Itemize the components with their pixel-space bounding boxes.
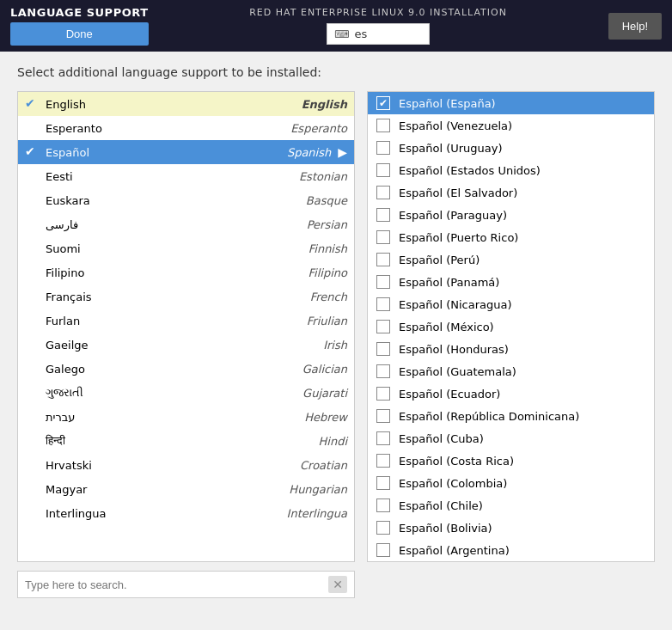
search-bar[interactable]: ✕	[17, 571, 355, 598]
region-item-estados_unidos[interactable]: Español (Estados Unidos)	[368, 159, 654, 181]
lang-native-farsi: فارسی	[46, 218, 197, 231]
lang-check-euskara	[25, 193, 40, 208]
region-item-bolivia[interactable]: Español (Bolivia)	[368, 517, 654, 539]
region-label-republica_dominicana: Español (República Dominicana)	[399, 410, 579, 423]
lang-check-magyar	[25, 481, 40, 497]
region-item-cuba[interactable]: Español (Cuba)	[368, 427, 654, 450]
left-panel: ✔EnglishEnglishEsperantoEsperanto✔Españo…	[17, 91, 355, 562]
install-title: RED HAT ENTERPRISE LINUX 9.0 INSTALLATIO…	[249, 7, 507, 18]
region-item-espana[interactable]: ✔Español (España)	[368, 92, 654, 114]
lang-item-furlan[interactable]: FurlanFriulian	[18, 309, 354, 333]
header: LANGUAGE SUPPORT Done RED HAT ENTERPRISE…	[0, 0, 672, 52]
lang-item-euskara[interactable]: EuskaraBasque	[18, 188, 354, 212]
lang-check-suomi	[25, 241, 40, 256]
region-checkbox-argentina	[376, 543, 390, 557]
region-checkbox-el_salvador	[376, 186, 390, 199]
region-item-venezuela[interactable]: Español (Venezuela)	[368, 114, 654, 137]
lang-item-suomi[interactable]: SuomiFinnish	[18, 236, 354, 260]
region-item-argentina[interactable]: Español (Argentina)	[368, 539, 654, 561]
region-item-paraguay[interactable]: Español (Paraguay)	[368, 204, 654, 226]
region-item-ecuador[interactable]: Español (Ecuador)	[368, 382, 654, 405]
lang-item-espanol[interactable]: ✔EspañolSpanish▶	[18, 140, 354, 164]
lang-native-galego: Galego	[46, 363, 197, 376]
region-checkbox-peru	[376, 253, 390, 266]
region-checkbox-cuba	[376, 431, 390, 445]
lang-item-galego[interactable]: GalegoGalician	[18, 357, 354, 381]
region-checkbox-costa_rica	[376, 454, 390, 468]
region-label-argentina: Español (Argentina)	[399, 544, 510, 557]
lang-english-francais: French	[197, 291, 348, 303]
lang-item-interlingua[interactable]: InterlinguaInterlingua	[18, 501, 354, 525]
region-item-costa_rica[interactable]: Español (Costa Rica)	[368, 450, 654, 472]
region-item-peru[interactable]: Español (Perú)	[368, 248, 654, 271]
region-label-ecuador: Español (Ecuador)	[399, 388, 500, 401]
region-label-panama: Español (Panamá)	[399, 276, 499, 289]
region-item-nicaragua[interactable]: Español (Nicaragua)	[368, 293, 654, 315]
search-clear-button[interactable]: ✕	[328, 576, 347, 593]
lang-item-francais[interactable]: FrançaisFrench	[18, 284, 354, 309]
lang-item-english[interactable]: ✔EnglishEnglish	[18, 92, 354, 116]
region-checkbox-colombia	[376, 476, 390, 490]
lang-native-english: English	[46, 98, 197, 111]
region-item-el_salvador[interactable]: Español (El Salvador)	[368, 181, 654, 204]
region-label-cuba: Español (Cuba)	[399, 432, 484, 445]
region-label-peru: Español (Perú)	[399, 254, 480, 266]
lang-english-suomi: Finnish	[197, 242, 348, 255]
region-item-colombia[interactable]: Español (Colombia)	[368, 472, 654, 494]
lang-english-interlingua: Interlingua	[197, 507, 348, 520]
region-label-venezuela: Español (Venezuela)	[399, 119, 512, 132]
lang-check-espanol: ✔	[25, 144, 40, 160]
right-panel: ✔Español (España)Español (Venezuela)Espa…	[367, 91, 655, 562]
done-button[interactable]: Done	[10, 22, 149, 46]
lang-native-hrvatski: Hrvatski	[46, 459, 197, 472]
region-item-chile[interactable]: Español (Chile)	[368, 494, 654, 517]
lang-item-gujarati[interactable]: ગુજરાતીGujarati	[18, 381, 354, 405]
lang-english-hindi: Hindi	[197, 435, 348, 448]
region-item-puerto_rico[interactable]: Español (Puerto Rico)	[368, 226, 654, 248]
lang-english-euskara: Basque	[197, 194, 348, 207]
lang-item-hrvatski[interactable]: HrvatskiCroatian	[18, 453, 354, 477]
region-item-guatemala[interactable]: Español (Guatemala)	[368, 360, 654, 382]
region-label-puerto_rico: Español (Puerto Rico)	[399, 231, 518, 244]
main-content: Select additional language support to be…	[0, 52, 672, 612]
lang-item-filipino[interactable]: FilipinoFilipino	[18, 260, 354, 284]
region-item-mexico[interactable]: Español (México)	[368, 315, 654, 338]
lang-item-farsi[interactable]: فارسیPersian	[18, 212, 354, 236]
lang-item-magyar[interactable]: MagyarHungarian	[18, 477, 354, 501]
lang-item-esperanto[interactable]: EsperantoEsperanto	[18, 116, 354, 140]
lang-native-magyar: Magyar	[46, 483, 197, 496]
region-label-bolivia: Español (Bolivia)	[399, 522, 492, 535]
region-checkbox-paraguay	[376, 208, 390, 222]
lang-check-francais	[25, 289, 40, 304]
language-support-title: LANGUAGE SUPPORT	[10, 6, 149, 19]
lang-english-eesti: Estonian	[197, 170, 348, 183]
lang-item-hebrew[interactable]: עבריתHebrew	[18, 405, 354, 429]
region-checkbox-uruguay	[376, 141, 390, 155]
lang-native-filipino: Filipino	[46, 266, 197, 279]
region-item-uruguay[interactable]: Español (Uruguay)	[368, 137, 654, 159]
header-search-box: ⌨ es	[327, 23, 430, 45]
lang-native-hebrew: עברית	[46, 411, 197, 424]
region-label-estados_unidos: Español (Estados Unidos)	[399, 164, 541, 177]
region-item-panama[interactable]: Español (Panamá)	[368, 271, 654, 293]
header-search-value: es	[354, 28, 367, 40]
region-list: ✔Español (España)Español (Venezuela)Espa…	[368, 92, 654, 561]
lang-check-english: ✔	[25, 96, 40, 112]
region-item-republica_dominicana[interactable]: Español (República Dominicana)	[368, 405, 654, 427]
lang-item-gaeilge[interactable]: GaeilgeIrish	[18, 333, 354, 357]
help-button[interactable]: Help!	[608, 13, 662, 40]
lang-native-gujarati: ગુજરાતી	[46, 386, 197, 400]
lang-english-hrvatski: Croatian	[197, 459, 348, 472]
lang-english-filipino: Filipino	[197, 266, 348, 279]
lang-english-gujarati: Gujarati	[197, 387, 348, 400]
region-label-colombia: Español (Colombia)	[399, 477, 507, 490]
header-left: LANGUAGE SUPPORT Done	[10, 6, 149, 46]
lang-item-eesti[interactable]: EestiEstonian	[18, 164, 354, 188]
search-input[interactable]	[25, 578, 328, 591]
lang-arrow-espanol: ▶	[338, 145, 347, 159]
region-item-honduras[interactable]: Español (Honduras)	[368, 338, 654, 360]
lang-item-hindi[interactable]: हिन्दीHindi	[18, 429, 354, 453]
lang-english-magyar: Hungarian	[197, 483, 348, 496]
lang-english-english: English	[197, 98, 348, 111]
lang-english-esperanto: Esperanto	[197, 122, 348, 135]
